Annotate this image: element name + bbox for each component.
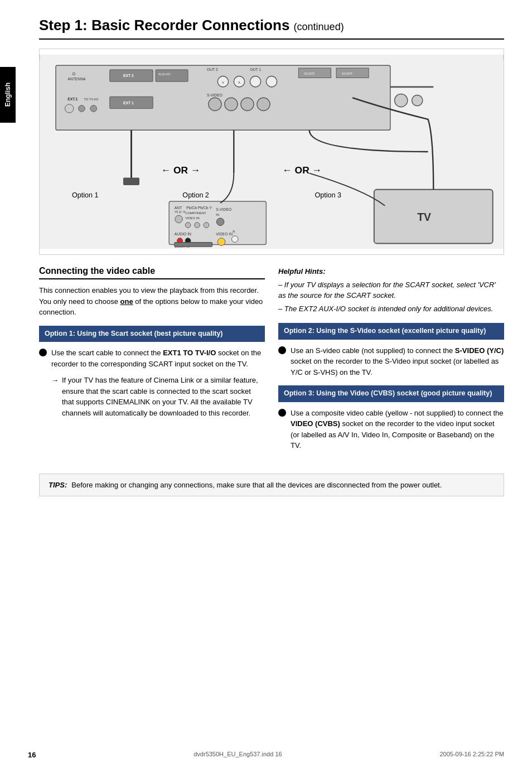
svg-text:COMPONENT: COMPONENT xyxy=(185,211,206,215)
tips-box: TIPS: Before making or changing any conn… xyxy=(39,474,504,497)
svg-point-48 xyxy=(216,218,224,226)
bullet-dot-2 xyxy=(278,346,286,354)
svg-point-39 xyxy=(175,215,183,223)
bullet-dot-1 xyxy=(39,349,47,356)
diagram-svg: ⊙ ANTENNA EXT 2 AUX-I/O OUT 2 OUT 1 V A … xyxy=(40,49,504,254)
right-column: Helpful Hints: – If your TV displays a s… xyxy=(278,266,504,457)
svg-text:EXT 1: EXT 1 xyxy=(123,101,134,105)
svg-point-25 xyxy=(65,104,73,113)
page-title: Step 1: Basic Recorder Connections (cont… xyxy=(39,17,504,34)
svg-rect-35 xyxy=(123,177,139,185)
intro-paragraph: This connection enables you to view the … xyxy=(39,285,265,318)
svg-point-43 xyxy=(185,223,191,228)
or1-text: ← OR → xyxy=(161,165,201,176)
svg-rect-58 xyxy=(374,190,493,244)
section-heading: Connecting the video cable xyxy=(39,266,265,279)
option1-bullet: Use the scart cable to connect the EXT1 … xyxy=(39,347,265,369)
svg-text:A: A xyxy=(238,81,240,84)
svg-text:ANT: ANT xyxy=(175,206,182,210)
svg-text:SCART: SCART xyxy=(342,72,353,75)
option3-label: Option 3 xyxy=(315,191,341,199)
svg-text:OUT 1: OUT 1 xyxy=(250,67,261,71)
page-container: English Step 1: Basic Recorder Connectio… xyxy=(0,0,532,768)
page-footer: 16 dvdr5350H_EU_Eng537.indd 16 2005-09-1… xyxy=(28,751,504,759)
svg-text:TO TV-I/O: TO TV-I/O xyxy=(84,98,99,101)
svg-text:EXT.1: EXT.1 xyxy=(67,97,78,101)
svg-point-20 xyxy=(257,98,270,110)
hint1: – If your TV displays a selection for th… xyxy=(278,279,504,301)
option2-box: Option 2: Using the S-Video socket (exce… xyxy=(278,323,504,340)
diagram-area: ⊙ ANTENNA EXT 2 AUX-I/O OUT 2 OUT 1 V A … xyxy=(39,49,504,255)
svg-text:EXT 2: EXT 2 xyxy=(123,74,134,78)
page-number: 16 xyxy=(28,751,36,759)
tips-label: TIPS: xyxy=(49,480,67,491)
svg-point-27 xyxy=(90,105,97,112)
svg-point-12 xyxy=(250,76,260,87)
hint2: – The EXT2 AUX-I/O socket is intended on… xyxy=(278,303,504,315)
svg-text:S-VIDEO: S-VIDEO xyxy=(216,207,231,211)
svg-point-34 xyxy=(412,95,423,105)
svg-text:OUT 2: OUT 2 xyxy=(207,67,218,71)
bullet-dot-3 xyxy=(278,409,286,417)
tv-label: TV xyxy=(417,211,431,223)
svg-point-57 xyxy=(231,236,238,243)
svg-point-33 xyxy=(395,94,408,107)
option1-box: Option 1: Using the Scart socket (best p… xyxy=(39,326,265,342)
svg-point-55 xyxy=(217,238,225,246)
svg-text:N: N xyxy=(233,230,235,233)
option3-bullet: Use a composite video cable (yellow - no… xyxy=(278,408,504,451)
option1-bullet-text: Use the scart cable to connect the EXT1 … xyxy=(51,347,265,369)
svg-text:Pb/Cb Pb/Cb Y: Pb/Cb Pb/Cb Y xyxy=(186,206,212,210)
option2-bullet-text: Use an S-video cable (not supplied) to c… xyxy=(291,345,504,378)
or2-text: ← OR → xyxy=(282,165,322,176)
arrow-symbol: → xyxy=(51,375,59,386)
side-tab-label: English xyxy=(4,83,12,107)
svg-text:AUX-I/O: AUX-I/O xyxy=(158,73,171,76)
continued-label: (continued) xyxy=(294,21,344,32)
content-columns: Connecting the video cable This connecti… xyxy=(39,266,504,457)
svg-text:V: V xyxy=(222,81,224,84)
svg-point-13 xyxy=(266,76,277,87)
side-tab: English xyxy=(0,67,16,123)
svg-point-19 xyxy=(241,98,254,110)
hints-title: Helpful Hints: xyxy=(278,266,504,277)
option3-box: Option 3: Using the Video (CVBS) socket … xyxy=(278,385,504,402)
tips-text: Before making or changing any connection… xyxy=(71,480,442,491)
footer-filename: dvdr5350H_EU_Eng537.indd 16 xyxy=(194,751,282,759)
svg-text:VIDEO IN: VIDEO IN xyxy=(185,216,199,220)
svg-text:AUDIO IN: AUDIO IN xyxy=(175,232,191,236)
svg-text:SCART: SCART xyxy=(304,72,315,75)
option3-bullet-text: Use a composite video cable (yellow - no… xyxy=(291,408,504,451)
svg-point-17 xyxy=(209,98,221,110)
helpful-hints: Helpful Hints: – If your TV displays a s… xyxy=(278,266,504,314)
svg-text:75 Ω °F: 75 Ω °F xyxy=(175,210,186,214)
svg-rect-53 xyxy=(175,243,212,247)
svg-text:IN: IN xyxy=(216,213,219,216)
svg-text:S-VIDEO: S-VIDEO xyxy=(207,93,223,97)
svg-point-44 xyxy=(195,223,200,228)
option1-label: Option 1 xyxy=(72,191,99,199)
svg-text:VIDEO IN: VIDEO IN xyxy=(216,232,233,236)
option2-bullet: Use an S-video cable (not supplied) to c… xyxy=(278,345,504,378)
svg-text:ANTENNA: ANTENNA xyxy=(67,77,86,81)
svg-point-26 xyxy=(79,105,85,112)
option2-label: Option 2 xyxy=(182,191,209,199)
footer-date: 2005-09-16 2:25:22 PM xyxy=(439,751,504,759)
svg-point-45 xyxy=(204,223,209,228)
option1-arrow-item: → If your TV has the feature of Cinema L… xyxy=(39,375,265,418)
svg-point-18 xyxy=(225,98,238,110)
page-header: Step 1: Basic Recorder Connections (cont… xyxy=(39,17,504,40)
left-column: Connecting the video cable This connecti… xyxy=(39,266,265,457)
svg-text:⊙: ⊙ xyxy=(72,71,76,76)
